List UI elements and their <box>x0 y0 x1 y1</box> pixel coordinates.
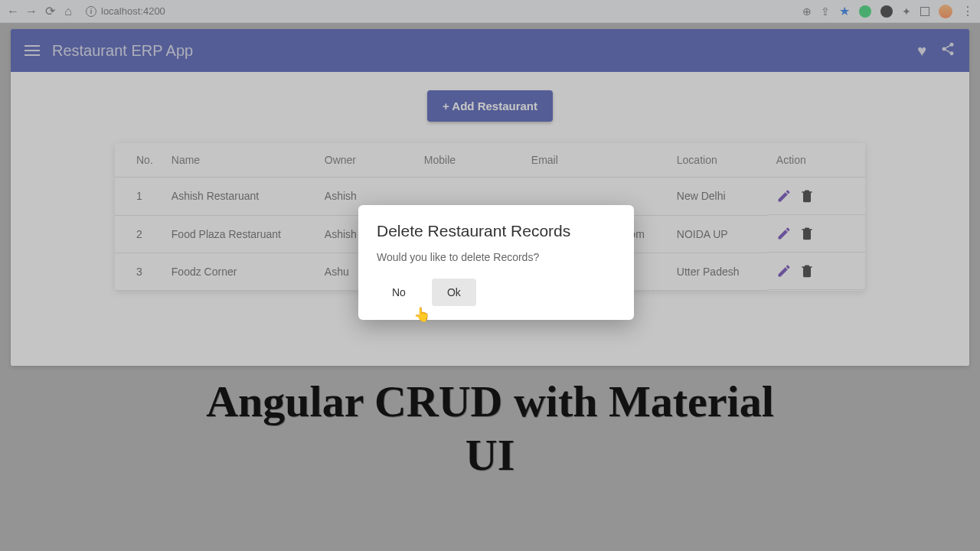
col-name: Name <box>162 143 315 178</box>
extension-dark-icon[interactable] <box>880 5 893 18</box>
dialog-message: Would you like to delete Records? <box>377 251 616 263</box>
dialog-ok-button[interactable]: Ok <box>432 279 476 306</box>
kebab-menu-icon[interactable]: ⋮ <box>962 4 974 18</box>
extensions-puzzle-icon[interactable]: ✦ <box>902 5 911 18</box>
bookmark-star-icon[interactable]: ★ <box>839 4 850 18</box>
browser-actions: ⊕ ⇪ ★ ✦ ⋮ <box>802 4 974 18</box>
cell-actions <box>767 178 865 215</box>
cell-no: 3 <box>115 253 162 290</box>
dialog-no-button[interactable]: No <box>377 279 421 306</box>
table-header-row: No. Name Owner Mobile Email Location Act… <box>115 143 865 178</box>
cell-name: Foodz Corner <box>162 253 315 290</box>
delete-dialog: Delete Restaurant Records Would you like… <box>358 205 634 320</box>
share-icon[interactable] <box>940 41 956 60</box>
cell-no: 1 <box>115 178 162 216</box>
panel-icon[interactable] <box>920 7 929 16</box>
zoom-icon[interactable]: ⊕ <box>802 5 812 18</box>
col-owner: Owner <box>315 143 415 178</box>
url-text: localhost:4200 <box>101 5 165 17</box>
browser-toolbar: ← → ⟳ ⌂ i localhost:4200 ⊕ ⇪ ★ ✦ ⋮ <box>0 0 980 23</box>
cell-actions <box>767 253 865 290</box>
back-button[interactable]: ← <box>6 5 20 18</box>
edit-icon[interactable] <box>776 226 792 241</box>
profile-avatar[interactable] <box>939 5 952 18</box>
thumbnail-caption: Angular CRUD with Material UI <box>0 375 980 481</box>
col-location: Location <box>668 143 767 178</box>
cell-no: 2 <box>115 215 162 253</box>
caption-line2: UI <box>0 429 980 482</box>
edit-icon[interactable] <box>776 188 792 204</box>
info-icon: i <box>86 6 96 17</box>
address-bar[interactable]: i localhost:4200 <box>86 5 165 17</box>
caption-line1: Angular CRUD with Material <box>0 375 980 429</box>
delete-icon[interactable] <box>799 226 815 241</box>
cell-name: Ashish Restaruant <box>162 178 315 216</box>
app-toolbar: Restaurant ERP App ♥ <box>11 29 969 72</box>
cell-name: Food Plaza Restaruant <box>162 215 315 253</box>
cell-actions <box>767 215 865 253</box>
col-email: Email <box>522 143 668 178</box>
app-title: Restaurant ERP App <box>52 42 193 60</box>
delete-icon[interactable] <box>799 263 815 279</box>
edit-icon[interactable] <box>776 263 792 279</box>
cell-location: New Delhi <box>668 178 767 216</box>
delete-icon[interactable] <box>799 188 815 204</box>
share-browser-icon[interactable]: ⇪ <box>821 5 830 18</box>
favorite-icon[interactable]: ♥ <box>917 42 926 60</box>
menu-icon[interactable] <box>24 45 40 56</box>
extension-whatsapp-icon[interactable] <box>859 5 871 18</box>
col-no: No. <box>115 143 162 178</box>
col-mobile: Mobile <box>415 143 522 178</box>
cell-location: NOIDA UP <box>668 215 767 253</box>
add-restaurant-button[interactable]: + Add Restaurant <box>427 90 553 122</box>
col-action: Action <box>767 143 865 178</box>
forward-button[interactable]: → <box>24 5 38 18</box>
dialog-title: Delete Restaurant Records <box>377 222 616 240</box>
reload-button[interactable]: ⟳ <box>43 5 57 18</box>
cell-location: Utter Padesh <box>668 253 767 290</box>
home-button[interactable]: ⌂ <box>61 5 75 18</box>
